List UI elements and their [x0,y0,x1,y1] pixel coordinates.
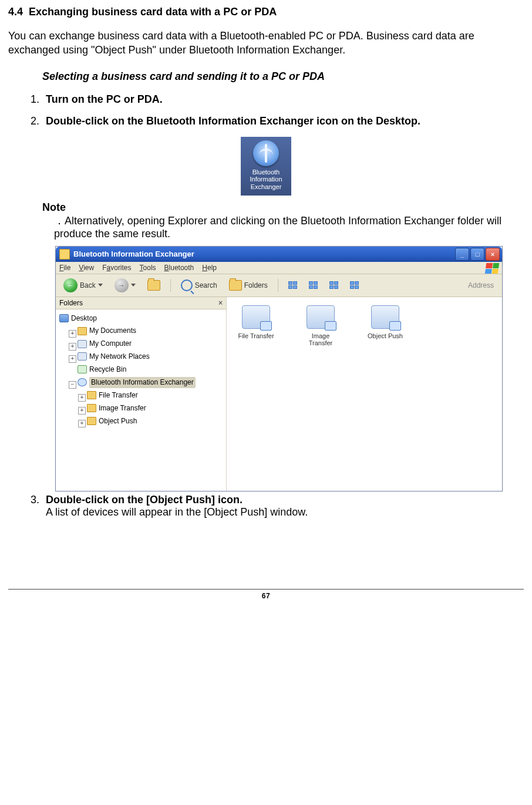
views-button-2[interactable] [305,279,322,291]
folder-tree[interactable]: Desktop +My Documents +My Computer +My N… [56,309,226,491]
expand-icon[interactable]: + [78,394,86,402]
desktop-icon-figure: Bluetooth Information Exchanger [8,137,524,196]
section-number: 4.4 [8,6,23,18]
file-transfer-label: File Transfer [233,332,280,339]
folders-label: Folders [244,281,268,289]
note-label: Note [42,201,524,214]
tree-file-transfer[interactable]: +File Transfer [78,390,224,403]
step-1: Turn on the PC or PDA. [42,93,524,106]
tree-image-transfer[interactable]: +Image Transfer [78,403,224,416]
views-button-4[interactable] [346,279,363,291]
tree-mydocs-label: My Documents [89,325,136,336]
network-icon [78,352,87,361]
back-button[interactable]: ← Back [59,277,107,294]
menu-favorites[interactable]: Favorites [102,264,131,272]
step-2: Double-click on the Bluetooth Informatio… [42,115,524,127]
sidebar-title: Folders [59,299,83,307]
desktop-icon-label-2: Information [243,176,289,183]
expand-icon[interactable]: + [78,407,86,415]
forward-arrow-icon: → [115,278,129,292]
note-body: Alternatively, opening Explorer and clic… [54,215,501,240]
expand-icon[interactable]: + [78,420,86,427]
tree-ft-label: File Transfer [99,390,138,401]
menu-bluetooth[interactable]: Bluetooth [164,264,194,272]
window-title: Bluetooth Information Exchanger [73,250,454,258]
tree-bie-label: Bluetooth Information Exchanger [89,377,196,388]
close-button[interactable]: × [486,248,500,261]
file-transfer-glyph-icon [242,305,270,329]
explorer-window: Bluetooth Information Exchanger _ □ × Fi… [55,246,503,491]
maximize-button[interactable]: □ [470,248,484,261]
object-push-label: Object Push [362,332,409,339]
tree-bie[interactable]: −Bluetooth Information Exchanger +File T… [69,377,224,429]
folder-icon [87,417,96,425]
windows-flag-icon [485,263,500,274]
folder-icon [78,327,87,335]
window-folder-icon [59,249,70,260]
views-button-1[interactable] [284,279,301,291]
tree-my-documents[interactable]: +My Documents [69,325,224,338]
expand-icon[interactable]: + [69,330,76,338]
section-heading: 4.4 Exchanging business card data with a… [8,6,524,18]
image-transfer-icon[interactable]: Image Transfer [297,305,344,346]
folders-icon [229,280,242,291]
menu-file[interactable]: File [59,264,70,272]
menu-help[interactable]: Help [202,264,217,272]
step-3-title: Double-click on the [Object Push] icon. [46,494,243,506]
expand-icon[interactable]: + [69,343,76,351]
back-label: Back [80,281,96,289]
bluetooth-icon [78,378,87,386]
menu-tools[interactable]: Tools [140,264,156,272]
object-push-glyph-icon [371,305,399,329]
file-transfer-icon[interactable]: File Transfer [233,305,280,339]
recycle-icon [78,365,87,373]
step-2-title: Double-click on the Bluetooth Informatio… [46,115,420,127]
menu-view[interactable]: View [79,264,94,272]
step-3: Double-click on the [Object Push] icon. … [42,494,524,518]
folders-button[interactable]: Folders [225,278,272,292]
view-icon [288,281,297,289]
tree-recycle-bin[interactable]: Recycle Bin [69,364,224,377]
search-button[interactable]: Search [177,278,221,293]
sidebar-close-button[interactable]: × [218,299,223,307]
tree-my-network[interactable]: +My Network Places [69,351,224,364]
page-number: 67 [8,592,524,600]
up-button[interactable] [143,278,164,292]
collapse-icon[interactable]: − [69,381,76,389]
note-block: Note ．Alternatively, opening Explorer an… [42,201,524,240]
forward-dropdown-icon [131,284,136,287]
view-icon [350,281,359,289]
object-push-icon[interactable]: Object Push [362,305,409,339]
forward-button[interactable]: → [110,277,140,294]
folders-sidebar: Folders × Desktop +My Documents +My Comp… [56,297,227,491]
subheading: Selecting a business card and sending it… [42,70,524,83]
minimize-button[interactable]: _ [455,248,469,261]
tree-object-push[interactable]: +Object Push [78,416,224,429]
back-arrow-icon: ← [63,278,78,292]
folder-icon [87,404,96,412]
sidebar-header: Folders × [56,297,226,309]
note-text: ．Alternatively, opening Explorer and cli… [54,214,524,240]
tree-mycomp-label: My Computer [89,338,132,349]
tree-my-computer[interactable]: +My Computer [69,338,224,351]
views-button-3[interactable] [325,279,342,291]
expand-icon[interactable]: + [69,355,76,363]
address-label: Address [468,281,499,289]
content-pane[interactable]: File Transfer Image Transfer Object Push [227,297,502,491]
step-3-detail: A list of devices will appear in the [Ob… [46,506,308,518]
tree-desktop-label: Desktop [71,313,97,324]
step-1-title: Turn on the PC or PDA. [46,93,163,105]
bluetooth-exchanger-desktop-icon[interactable]: Bluetooth Information Exchanger [241,137,291,196]
search-label: Search [195,281,217,289]
steps-list-cont: Double-click on the [Object Push] icon. … [8,494,524,518]
tree-mynet-label: My Network Places [89,351,150,362]
titlebar[interactable]: Bluetooth Information Exchanger _ □ × [56,247,502,262]
image-transfer-glyph-icon [307,305,335,329]
computer-icon [78,340,87,348]
back-dropdown-icon [98,284,103,287]
section-title-text: Exchanging business card data with a PC … [29,6,277,18]
tree-op-label: Object Push [99,416,137,427]
desktop-icon [59,314,69,322]
view-icon [309,281,318,289]
tree-desktop[interactable]: Desktop +My Documents +My Computer +My N… [59,313,224,429]
